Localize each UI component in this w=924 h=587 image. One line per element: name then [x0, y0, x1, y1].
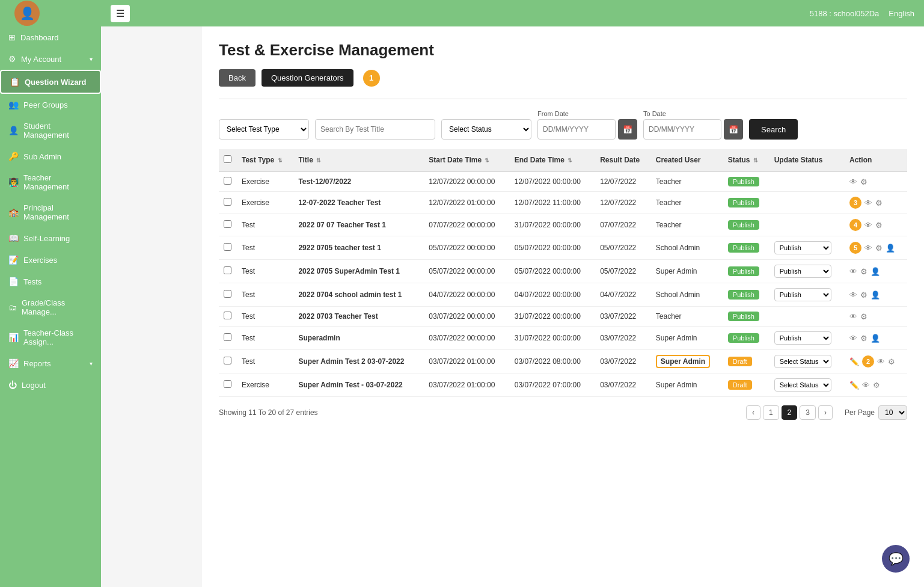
page-button-2[interactable]: 2 — [782, 405, 798, 420]
sidebar-item-question-wizard[interactable]: 📋 Question Wizard — [0, 70, 101, 94]
gear-icon[interactable]: ⚙ — [860, 334, 867, 343]
teacher-management-icon: 👨‍🏫 — [8, 177, 19, 187]
sidebar-item-grade-class[interactable]: 🗂 Grade/Class Manage... — [0, 292, 101, 322]
row-checkbox[interactable] — [224, 312, 231, 319]
gear-icon[interactable]: ⚙ — [860, 290, 867, 300]
from-date-wrapper: 📅 — [537, 119, 637, 140]
gear-icon[interactable]: ⚙ — [860, 177, 867, 186]
sidebar-item-logout[interactable]: ⏻ Logout — [0, 374, 101, 396]
eye-icon[interactable]: 👁 — [849, 290, 857, 300]
gear-icon[interactable]: ⚙ — [860, 312, 867, 321]
row-checkbox[interactable] — [224, 177, 231, 185]
user-icon[interactable]: 👤 — [870, 267, 880, 276]
per-page-select[interactable]: 10 25 50 — [878, 405, 907, 420]
row-checkbox[interactable] — [224, 333, 231, 341]
from-date-filter: From Date 📅 — [537, 110, 637, 140]
sidebar-item-self-learning[interactable]: 📖 Self-Learning — [0, 227, 101, 249]
to-date-input[interactable] — [643, 119, 721, 140]
main-content: Test & Exercise Management Back Question… — [202, 26, 924, 587]
sidebar-item-tests[interactable]: 📄 Tests — [0, 271, 101, 292]
eye-icon[interactable]: 👁 — [849, 267, 857, 276]
user-icon[interactable]: 👤 — [886, 244, 895, 253]
eye-icon[interactable]: 👁 — [864, 198, 872, 207]
update-status-select[interactable]: Select StatusPublishDraft — [774, 288, 831, 301]
end-date-cell: 31/07/2022 00:00:00 — [510, 327, 595, 350]
badge-1: 1 — [363, 70, 380, 87]
update-status-select[interactable]: Select StatusPublishDraft — [774, 241, 831, 254]
eye-icon[interactable]: 👁 — [864, 221, 872, 230]
title-search-input[interactable] — [315, 119, 435, 140]
question-generators-button[interactable]: Question Generators — [262, 69, 353, 87]
update-status-cell: Select StatusPublishDraft — [769, 236, 845, 260]
sidebar-item-peer-groups[interactable]: 👥 Peer Groups — [0, 94, 101, 115]
sidebar-item-dashboard[interactable]: ⊞ Dashboard — [0, 26, 101, 48]
sidebar-item-exercises[interactable]: 📝 Exercises — [0, 249, 101, 271]
row-checkbox[interactable] — [224, 220, 231, 228]
eye-icon[interactable]: 👁 — [849, 334, 857, 343]
status-badge: Publish — [728, 198, 759, 207]
row-checkbox[interactable] — [224, 243, 231, 251]
next-page-button[interactable]: › — [818, 405, 833, 420]
col-result-date: Result Date — [595, 149, 651, 171]
gear-icon[interactable]: ⚙ — [888, 357, 895, 366]
sidebar-label-question-wizard: Question Wizard — [25, 78, 86, 87]
sidebar-item-sub-admin[interactable]: 🔑 Sub Admin — [0, 146, 101, 167]
language-selector[interactable]: English — [889, 9, 914, 18]
eye-icon[interactable]: 👁 — [849, 312, 857, 321]
sidebar-label-teacher-class: Teacher-Class Assign... — [23, 328, 93, 346]
gear-icon[interactable]: ⚙ — [860, 267, 867, 276]
end-date-cell: 31/07/2022 00:00:00 — [510, 307, 595, 327]
row-checkbox[interactable] — [224, 290, 231, 298]
from-date-calendar-button[interactable]: 📅 — [618, 119, 637, 140]
avatar[interactable]: 👤 — [14, 1, 40, 26]
select-all-checkbox[interactable] — [224, 155, 231, 163]
sidebar-item-teacher-class[interactable]: 📊 Teacher-Class Assign... — [0, 322, 101, 352]
row-checkbox[interactable] — [224, 266, 231, 274]
gear-icon[interactable]: ⚙ — [875, 221, 883, 230]
test-type-select[interactable]: Select Test Type Test Exercise — [219, 119, 309, 140]
update-status-select[interactable]: Select StatusPublishDraft — [774, 265, 831, 278]
update-status-select[interactable]: Select StatusPublishDraft — [774, 331, 831, 345]
sidebar-item-principal-management[interactable]: 🏫 Principal Management — [0, 197, 101, 227]
highlighted-user: Super Admin — [656, 355, 710, 368]
page-button-3[interactable]: 3 — [800, 405, 816, 420]
user-icon[interactable]: 👤 — [870, 334, 880, 343]
sidebar-item-my-account[interactable]: ⚙ My Account ▾ — [0, 48, 101, 70]
gear-icon[interactable]: ⚙ — [875, 198, 883, 207]
edit-icon[interactable]: ✏️ — [849, 357, 859, 366]
eye-icon[interactable]: 👁 — [849, 177, 857, 186]
sidebar-item-teacher-management[interactable]: 👨‍🏫 Teacher Management — [0, 167, 101, 197]
sidebar-item-reports[interactable]: 📈 Reports ▾ — [0, 352, 101, 374]
sidebar-label-student-management: Student Management — [23, 121, 93, 140]
status-select[interactable]: Select Status Publish Draft — [441, 119, 531, 140]
hamburger-button[interactable]: ☰ — [111, 5, 130, 22]
chat-bubble[interactable]: 💬 — [882, 545, 910, 573]
action-icons: 3👁⚙ — [849, 197, 902, 209]
search-button[interactable]: Search — [749, 119, 798, 140]
eye-icon[interactable]: 👁 — [877, 357, 885, 366]
to-date-calendar-button[interactable]: 📅 — [724, 119, 743, 140]
sidebar-item-student-management[interactable]: 👤 Student Management — [0, 115, 101, 146]
table-row: Test 2022 0704 school admin test 1 04/07… — [219, 283, 907, 307]
back-button[interactable]: Back — [219, 69, 255, 87]
update-status-select[interactable]: Select StatusPublishDraft — [774, 355, 831, 368]
prev-page-button[interactable]: ‹ — [746, 405, 760, 420]
eye-icon[interactable]: 👁 — [864, 244, 872, 253]
result-date-cell: 03/07/2022 — [595, 350, 651, 373]
gear-icon[interactable]: ⚙ — [875, 244, 883, 253]
test-type-cell: Test — [237, 236, 293, 260]
edit-icon[interactable]: ✏️ — [849, 381, 859, 390]
update-status-select[interactable]: Select StatusPublishDraft — [774, 378, 831, 392]
gear-icon[interactable]: ⚙ — [873, 381, 880, 390]
update-status-cell: Select StatusPublishDraft — [769, 373, 845, 397]
from-date-input[interactable] — [537, 119, 616, 140]
status-cell: Publish — [723, 214, 769, 236]
status-badge: Draft — [728, 357, 752, 366]
table-row: Test 2022 0703 Teacher Test 03/07/2022 0… — [219, 307, 907, 327]
eye-icon[interactable]: 👁 — [862, 381, 870, 390]
row-checkbox[interactable] — [224, 357, 231, 364]
row-checkbox[interactable] — [224, 198, 231, 206]
row-checkbox[interactable] — [224, 380, 231, 388]
user-icon[interactable]: 👤 — [870, 290, 880, 300]
page-button-1[interactable]: 1 — [763, 405, 779, 420]
